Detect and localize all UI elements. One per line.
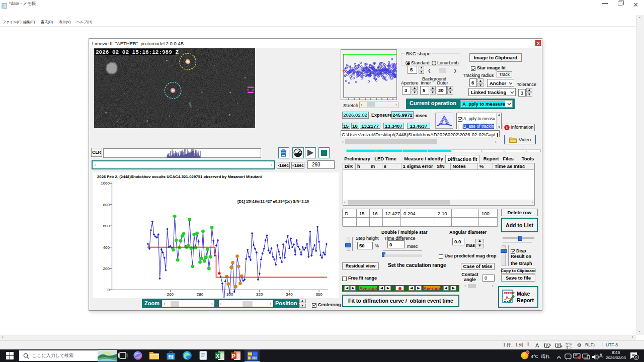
svg-text:[D1] 15h16m12.427 ±0.294(1σ) S: [D1] 15h16m12.427 ±0.294(1σ) S/N=2.10	[237, 199, 309, 204]
svg-text:2026 Feb 2, (2448)Sholokhov oc: 2026 Feb 2, (2448)Sholokhov occults UCAC…	[97, 174, 262, 179]
svg-text:400: 400	[103, 245, 110, 250]
svg-text:320: 320	[256, 292, 263, 297]
svg-text:280: 280	[197, 292, 204, 297]
svg-text:1000: 1000	[101, 181, 110, 186]
svg-text:0: 0	[108, 288, 110, 292]
svg-text:600: 600	[103, 224, 110, 228]
svg-text:X: X	[216, 353, 219, 359]
svg-text:P: P	[232, 353, 235, 359]
svg-text:REPORT: REPORT	[504, 291, 515, 294]
svg-text:2026 02 02 15:16:12:989 Z: 2026 02 02 15:16:12:989 Z	[96, 49, 179, 55]
svg-text:200: 200	[103, 266, 110, 271]
svg-text:340: 340	[286, 292, 293, 297]
svg-text:360: 360	[315, 292, 323, 297]
svg-text:260: 260	[167, 292, 174, 297]
svg-text:800: 800	[103, 203, 110, 207]
